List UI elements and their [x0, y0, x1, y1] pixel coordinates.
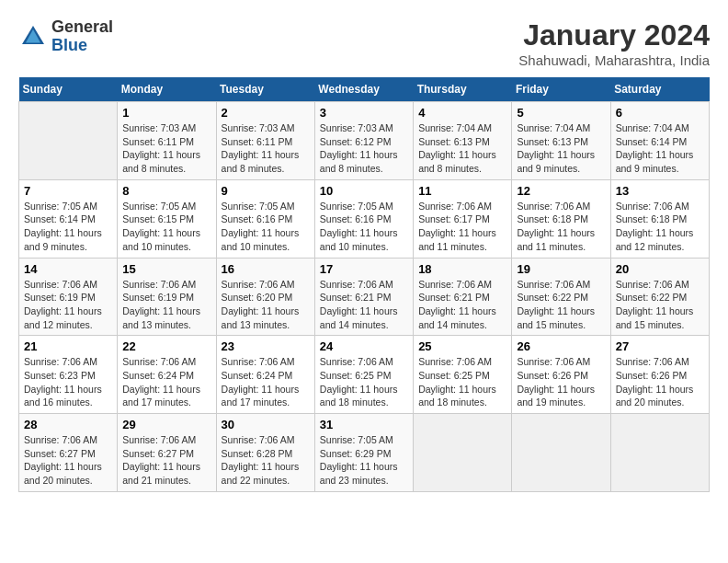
day-info: Sunrise: 7:03 AMSunset: 6:12 PMDaylight:… — [320, 121, 408, 176]
calendar-cell: 10Sunrise: 7:05 AMSunset: 6:16 PMDayligh… — [314, 179, 413, 258]
day-info: Sunrise: 7:06 AMSunset: 6:24 PMDaylight:… — [222, 355, 310, 409]
calendar-cell: 15Sunrise: 7:06 AMSunset: 6:19 PMDayligh… — [118, 258, 216, 336]
day-info: Sunrise: 7:06 AMSunset: 6:19 PMDaylight:… — [122, 278, 210, 332]
calendar-day-header: Wednesday — [314, 77, 413, 102]
day-number: 17 — [320, 262, 408, 276]
calendar-cell: 1Sunrise: 7:03 AMSunset: 6:11 PMDaylight… — [118, 102, 216, 180]
day-number: 12 — [517, 184, 605, 198]
day-number: 22 — [122, 339, 210, 353]
logo-general: General — [51, 18, 113, 37]
calendar-week-row: 28Sunrise: 7:06 AMSunset: 6:27 PMDayligh… — [19, 414, 710, 492]
main-title: January 2024 — [518, 18, 710, 52]
day-number: 2 — [222, 106, 310, 120]
calendar-cell: 21Sunrise: 7:06 AMSunset: 6:23 PMDayligh… — [19, 336, 118, 414]
day-number: 11 — [418, 184, 506, 198]
day-number: 19 — [517, 262, 605, 276]
calendar-cell: 29Sunrise: 7:06 AMSunset: 6:27 PMDayligh… — [118, 414, 216, 492]
calendar-cell: 26Sunrise: 7:06 AMSunset: 6:26 PMDayligh… — [512, 336, 610, 414]
day-info: Sunrise: 7:06 AMSunset: 6:25 PMDaylight:… — [320, 355, 408, 409]
calendar-cell: 23Sunrise: 7:06 AMSunset: 6:24 PMDayligh… — [216, 336, 314, 414]
calendar-day-header: Sunday — [19, 77, 118, 102]
day-info: Sunrise: 7:06 AMSunset: 6:26 PMDaylight:… — [517, 355, 605, 409]
calendar-week-row: 7Sunrise: 7:05 AMSunset: 6:14 PMDaylight… — [19, 179, 710, 258]
calendar-week-row: 1Sunrise: 7:03 AMSunset: 6:11 PMDaylight… — [19, 102, 710, 180]
calendar-cell: 9Sunrise: 7:05 AMSunset: 6:16 PMDaylight… — [216, 179, 314, 258]
calendar-cell: 4Sunrise: 7:04 AMSunset: 6:13 PMDaylight… — [414, 102, 512, 180]
calendar-cell: 7Sunrise: 7:05 AMSunset: 6:14 PMDaylight… — [19, 179, 118, 258]
calendar-cell: 6Sunrise: 7:04 AMSunset: 6:14 PMDaylight… — [610, 102, 709, 180]
day-number: 10 — [320, 184, 408, 198]
day-number: 8 — [122, 184, 210, 198]
day-number: 18 — [418, 262, 506, 276]
day-info: Sunrise: 7:06 AMSunset: 6:23 PMDaylight:… — [24, 355, 112, 409]
day-number: 3 — [320, 106, 408, 120]
calendar-cell: 27Sunrise: 7:06 AMSunset: 6:26 PMDayligh… — [610, 336, 709, 414]
day-number: 14 — [24, 262, 112, 276]
day-info: Sunrise: 7:06 AMSunset: 6:25 PMDaylight:… — [418, 355, 506, 409]
calendar-cell: 24Sunrise: 7:06 AMSunset: 6:25 PMDayligh… — [314, 336, 413, 414]
day-info: Sunrise: 7:04 AMSunset: 6:13 PMDaylight:… — [517, 121, 605, 176]
logo: General Blue — [18, 18, 113, 55]
calendar-cell: 25Sunrise: 7:06 AMSunset: 6:25 PMDayligh… — [414, 336, 512, 414]
logo-text: General Blue — [51, 18, 113, 55]
day-info: Sunrise: 7:04 AMSunset: 6:14 PMDaylight:… — [616, 121, 704, 176]
calendar-cell: 30Sunrise: 7:06 AMSunset: 6:28 PMDayligh… — [216, 414, 314, 492]
calendar-day-header: Friday — [512, 77, 610, 102]
day-number: 21 — [24, 339, 112, 353]
calendar-cell: 11Sunrise: 7:06 AMSunset: 6:17 PMDayligh… — [414, 179, 512, 258]
title-block: January 2024 Shahuwadi, Maharashtra, Ind… — [518, 18, 710, 68]
day-info: Sunrise: 7:06 AMSunset: 6:24 PMDaylight:… — [122, 355, 210, 409]
calendar-cell: 31Sunrise: 7:05 AMSunset: 6:29 PMDayligh… — [314, 414, 413, 492]
subtitle: Shahuwadi, Maharashtra, India — [518, 52, 710, 68]
calendar-body: 1Sunrise: 7:03 AMSunset: 6:11 PMDaylight… — [19, 102, 710, 492]
calendar-week-row: 21Sunrise: 7:06 AMSunset: 6:23 PMDayligh… — [19, 336, 710, 414]
calendar-day-header: Saturday — [610, 77, 709, 102]
day-number: 24 — [320, 339, 408, 353]
day-number: 5 — [517, 106, 605, 120]
day-info: Sunrise: 7:06 AMSunset: 6:19 PMDaylight:… — [24, 278, 112, 332]
calendar-cell — [512, 414, 610, 492]
day-info: Sunrise: 7:03 AMSunset: 6:11 PMDaylight:… — [122, 121, 210, 176]
day-info: Sunrise: 7:06 AMSunset: 6:21 PMDaylight:… — [418, 278, 506, 332]
calendar-day-header: Monday — [118, 77, 216, 102]
calendar-cell: 17Sunrise: 7:06 AMSunset: 6:21 PMDayligh… — [314, 258, 413, 336]
day-number: 7 — [24, 184, 112, 198]
day-info: Sunrise: 7:06 AMSunset: 6:18 PMDaylight:… — [517, 200, 605, 254]
day-number: 13 — [616, 184, 704, 198]
calendar-cell: 22Sunrise: 7:06 AMSunset: 6:24 PMDayligh… — [118, 336, 216, 414]
day-number: 28 — [24, 418, 112, 431]
day-number: 20 — [616, 262, 704, 276]
day-number: 27 — [616, 339, 704, 353]
calendar-cell: 13Sunrise: 7:06 AMSunset: 6:18 PMDayligh… — [610, 179, 709, 258]
day-info: Sunrise: 7:06 AMSunset: 6:17 PMDaylight:… — [418, 200, 506, 254]
day-info: Sunrise: 7:05 AMSunset: 6:15 PMDaylight:… — [122, 200, 210, 254]
day-number: 15 — [122, 262, 210, 276]
day-info: Sunrise: 7:06 AMSunset: 6:27 PMDaylight:… — [122, 433, 210, 488]
day-number: 6 — [616, 106, 704, 120]
day-info: Sunrise: 7:06 AMSunset: 6:28 PMDaylight:… — [222, 433, 310, 488]
day-info: Sunrise: 7:06 AMSunset: 6:21 PMDaylight:… — [320, 278, 408, 332]
calendar-cell: 28Sunrise: 7:06 AMSunset: 6:27 PMDayligh… — [19, 414, 118, 492]
calendar-cell — [414, 414, 512, 492]
day-info: Sunrise: 7:05 AMSunset: 6:29 PMDaylight:… — [320, 433, 408, 488]
day-number: 26 — [517, 339, 605, 353]
calendar-cell: 3Sunrise: 7:03 AMSunset: 6:12 PMDaylight… — [314, 102, 413, 180]
calendar-cell: 19Sunrise: 7:06 AMSunset: 6:22 PMDayligh… — [512, 258, 610, 336]
day-info: Sunrise: 7:03 AMSunset: 6:11 PMDaylight:… — [222, 121, 310, 176]
day-number: 25 — [418, 339, 506, 353]
calendar-cell: 2Sunrise: 7:03 AMSunset: 6:11 PMDaylight… — [216, 102, 314, 180]
day-number: 31 — [320, 418, 408, 431]
calendar-table: SundayMondayTuesdayWednesdayThursdayFrid… — [18, 77, 710, 492]
calendar-cell: 14Sunrise: 7:06 AMSunset: 6:19 PMDayligh… — [19, 258, 118, 336]
calendar-cell: 20Sunrise: 7:06 AMSunset: 6:22 PMDayligh… — [610, 258, 709, 336]
day-number: 29 — [122, 418, 210, 431]
calendar-header-row: SundayMondayTuesdayWednesdayThursdayFrid… — [19, 77, 710, 102]
day-info: Sunrise: 7:06 AMSunset: 6:22 PMDaylight:… — [517, 278, 605, 332]
calendar-day-header: Thursday — [414, 77, 512, 102]
day-info: Sunrise: 7:05 AMSunset: 6:14 PMDaylight:… — [24, 200, 112, 254]
calendar-cell: 5Sunrise: 7:04 AMSunset: 6:13 PMDaylight… — [512, 102, 610, 180]
logo-icon — [18, 22, 48, 52]
calendar-cell — [610, 414, 709, 492]
page-header: General Blue January 2024 Shahuwadi, Mah… — [18, 18, 710, 68]
day-number: 1 — [122, 106, 210, 120]
